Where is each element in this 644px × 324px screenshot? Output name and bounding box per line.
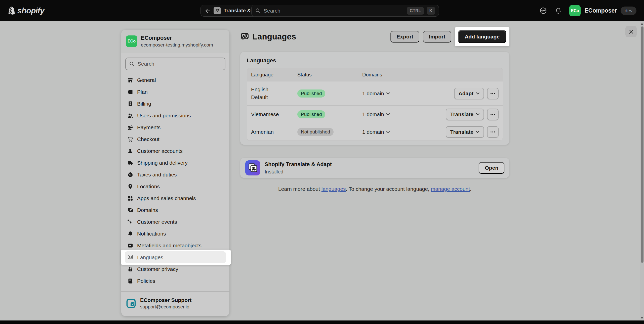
shopify-wordmark: shopify xyxy=(17,6,44,15)
translate-dropdown-button[interactable]: Translate xyxy=(446,109,484,120)
account-avatar: ECo xyxy=(569,5,581,16)
chevron-down-icon xyxy=(386,113,390,116)
chevron-down-icon xyxy=(476,92,479,95)
language-cell: Vietnamese xyxy=(251,111,297,117)
languages-help-link[interactable]: languages xyxy=(321,186,346,192)
account-menu[interactable]: ECo EComposer dev xyxy=(569,5,636,16)
global-search-input[interactable] xyxy=(264,8,404,14)
page-title: Languages xyxy=(240,32,296,41)
back-arrow-icon[interactable] xyxy=(205,8,211,14)
bell-icon xyxy=(127,231,133,237)
default-sublabel: Default xyxy=(251,94,297,100)
chevron-down-icon xyxy=(386,131,390,133)
truck-icon xyxy=(127,160,133,166)
chevron-down-icon xyxy=(476,113,479,115)
sidebar-item-general[interactable]: General xyxy=(125,74,226,86)
sidebar-item-locations[interactable]: Locations xyxy=(125,180,226,192)
add-language-spotlight: Add language xyxy=(455,27,509,46)
topbar-right-group: ECo EComposer dev xyxy=(539,0,636,21)
store-avatar: ECo xyxy=(126,35,137,47)
app-tab-translate-adapt[interactable]: Translate &... xyxy=(200,5,259,17)
chevron-down-icon xyxy=(476,131,479,133)
export-button[interactable]: Export xyxy=(390,31,419,42)
row-actions: Adapt xyxy=(454,88,499,99)
cursor-events-icon xyxy=(127,219,133,225)
topbar: shopify Translate &... CTRL K xyxy=(0,0,644,21)
row-actions: Translate xyxy=(446,126,499,138)
support-email: support@ecomposer.io xyxy=(140,304,191,310)
status-badge: Published xyxy=(297,89,325,98)
sidebar-item-notifications[interactable]: Notifications xyxy=(125,228,226,240)
sidebar-item-customer-accounts[interactable]: Customer accounts xyxy=(125,145,226,157)
support-link[interactable]: EComposer Support support@ecomposer.io xyxy=(121,291,229,316)
close-settings-button[interactable] xyxy=(625,26,637,37)
column-status: Status xyxy=(297,72,362,78)
vertical-scrollbar[interactable] xyxy=(640,21,644,320)
settings-search-bar[interactable] xyxy=(125,58,225,70)
page-actions: Export Import Add language xyxy=(390,27,509,46)
search-icon xyxy=(255,8,261,14)
add-language-button[interactable]: Add language xyxy=(458,30,506,43)
plan-icon xyxy=(127,89,133,95)
adapt-dropdown-button[interactable]: Adapt xyxy=(454,88,484,99)
scrollbar-thumb[interactable] xyxy=(641,26,643,263)
sidebar-item-customer-privacy[interactable]: Customer privacy xyxy=(125,263,226,275)
sidebar-item-plan[interactable]: Plan xyxy=(125,86,226,98)
apps-grid-icon xyxy=(127,195,133,201)
shopify-logo[interactable]: shopify xyxy=(7,6,44,16)
open-app-button[interactable]: Open xyxy=(479,162,504,174)
taxes-icon xyxy=(127,172,133,178)
row-menu-button[interactable] xyxy=(487,109,499,120)
sidebar-item-apps-sales-channels[interactable]: Apps and sales channels xyxy=(125,192,226,204)
domains-dropdown[interactable]: 1 domain xyxy=(362,129,446,135)
manage-account-link[interactable]: manage account xyxy=(431,186,470,192)
policies-icon xyxy=(127,278,133,284)
search-icon xyxy=(129,61,135,67)
sidebar-item-billing[interactable]: Billing xyxy=(125,98,226,110)
sidekick-icon[interactable] xyxy=(539,7,547,15)
shortcut-k-key: K xyxy=(427,7,435,15)
domains-dropdown[interactable]: 1 domain xyxy=(362,90,454,97)
notifications-bell-icon[interactable] xyxy=(555,7,562,14)
sidebar-item-languages[interactable]: Languages xyxy=(125,251,226,263)
sidebar-item-checkout[interactable]: Checkout xyxy=(125,133,226,145)
translate-icon xyxy=(240,32,249,41)
sidebar-item-shipping-delivery[interactable]: Shipping and delivery xyxy=(125,157,226,169)
shopify-bag-icon xyxy=(7,6,16,16)
row-actions: Translate xyxy=(446,109,499,120)
sidebar-item-users-permissions[interactable]: Users and permissions xyxy=(125,110,226,121)
translate-app-favicon xyxy=(214,7,221,14)
scrollbar-down-arrow[interactable] xyxy=(641,317,643,319)
app-info: Shopify Translate & Adapt Installed xyxy=(265,161,332,175)
page-header: Languages Export Import Add language xyxy=(240,25,509,48)
language-cell: English Default xyxy=(251,86,297,100)
person-icon xyxy=(127,148,133,154)
account-name: EComposer xyxy=(584,7,617,14)
status-badge: Published xyxy=(297,110,325,118)
import-button[interactable]: Import xyxy=(423,31,451,42)
settings-search-input[interactable] xyxy=(138,61,222,67)
ellipsis-icon xyxy=(490,129,496,135)
domains-icon xyxy=(127,207,133,213)
sidebar-item-policies[interactable]: Policies xyxy=(125,275,226,287)
scrollbar-up-arrow[interactable] xyxy=(641,23,643,25)
row-menu-button[interactable] xyxy=(487,126,499,138)
translate-adapt-app-card: Shopify Translate & Adapt Installed Open xyxy=(240,158,509,178)
domains-dropdown[interactable]: 1 domain xyxy=(362,111,446,117)
row-menu-button[interactable] xyxy=(487,88,499,99)
store-icon xyxy=(127,77,133,83)
languages-card: Languages Language Status Domains Englis… xyxy=(240,52,509,145)
sidebar-item-payments[interactable]: Payments xyxy=(125,121,226,133)
store-header: ECo EComposer ecomposer-testing.myshopif… xyxy=(121,30,229,53)
translate-dropdown-button[interactable]: Translate xyxy=(446,126,484,138)
users-icon xyxy=(127,113,133,119)
sidebar-item-domains[interactable]: Domains xyxy=(125,204,226,216)
sidebar-item-customer-events[interactable]: Customer events xyxy=(125,216,226,228)
global-search-bar[interactable]: CTRL K xyxy=(251,5,439,17)
settings-sidebar: ECo EComposer ecomposer-testing.myshopif… xyxy=(121,30,229,316)
shopify-admin-window: shopify Translate &... CTRL K xyxy=(0,0,644,324)
languages-spotlight: Languages xyxy=(125,251,226,263)
store-name: EComposer xyxy=(141,35,213,41)
sidebar-item-taxes-duties[interactable]: Taxes and duties xyxy=(125,169,226,180)
support-name: EComposer Support xyxy=(140,297,191,303)
